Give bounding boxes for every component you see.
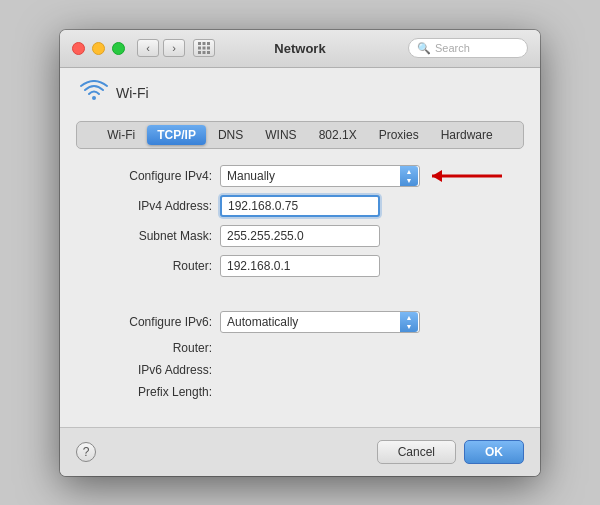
grid-button[interactable] bbox=[193, 39, 215, 57]
content-area: Wi-Fi Wi-Fi TCP/IP DNS WINS 802.1X Proxi… bbox=[60, 68, 540, 419]
tab-wins[interactable]: WINS bbox=[255, 125, 306, 145]
router-label: Router: bbox=[92, 259, 212, 273]
form-area: Configure IPv4: Manually IPv4 Address: bbox=[76, 165, 524, 399]
svg-rect-2 bbox=[207, 42, 210, 45]
tab-proxies[interactable]: Proxies bbox=[369, 125, 429, 145]
subnet-mask-group: Subnet Mask: bbox=[92, 225, 508, 247]
svg-rect-0 bbox=[198, 42, 201, 45]
ipv4-address-input[interactable] bbox=[220, 195, 380, 217]
back-button[interactable]: ‹ bbox=[137, 39, 159, 57]
svg-rect-6 bbox=[198, 51, 201, 54]
svg-rect-4 bbox=[203, 47, 206, 50]
configure-ipv6-group: Configure IPv6: Automatically bbox=[92, 311, 508, 333]
configure-ipv6-select[interactable]: Automatically bbox=[220, 311, 420, 333]
titlebar-nav: ‹ › bbox=[137, 39, 185, 57]
forward-button[interactable]: › bbox=[163, 39, 185, 57]
tab-bar: Wi-Fi TCP/IP DNS WINS 802.1X Proxies Har… bbox=[76, 121, 524, 149]
red-arrow-annotation bbox=[422, 164, 512, 188]
tab-hardware[interactable]: Hardware bbox=[431, 125, 503, 145]
svg-rect-1 bbox=[203, 42, 206, 45]
svg-rect-7 bbox=[203, 51, 206, 54]
configure-ipv4-label: Configure IPv4: bbox=[92, 169, 212, 183]
subnet-mask-label: Subnet Mask: bbox=[92, 229, 212, 243]
configure-ipv6-label: Configure IPv6: bbox=[92, 315, 212, 329]
configure-ipv6-select-wrapper: Automatically bbox=[220, 311, 420, 333]
close-button[interactable] bbox=[72, 42, 85, 55]
network-window: ‹ › Network 🔍 Search bbox=[60, 30, 540, 476]
ipv6-address-label: IPv6 Address: bbox=[92, 363, 212, 377]
search-placeholder: Search bbox=[435, 42, 470, 54]
ipv6-address-group: IPv6 Address: bbox=[92, 363, 508, 377]
titlebar: ‹ › Network 🔍 Search bbox=[60, 30, 540, 68]
prefix-length-label: Prefix Length: bbox=[92, 385, 212, 399]
tab-dns[interactable]: DNS bbox=[208, 125, 253, 145]
footer: ? Cancel OK bbox=[60, 427, 540, 476]
wifi-icon bbox=[80, 80, 108, 107]
configure-ipv4-group: Configure IPv4: Manually bbox=[92, 165, 508, 187]
prefix-length-group: Prefix Length: bbox=[92, 385, 508, 399]
svg-rect-3 bbox=[198, 47, 201, 50]
svg-marker-11 bbox=[432, 170, 442, 182]
ipv6-router-group: Router: bbox=[92, 341, 508, 355]
wifi-header: Wi-Fi bbox=[76, 80, 524, 107]
configure-ipv4-select-wrapper: Manually bbox=[220, 165, 420, 187]
wifi-label: Wi-Fi bbox=[116, 85, 149, 101]
ipv4-address-label: IPv4 Address: bbox=[92, 199, 212, 213]
search-box[interactable]: 🔍 Search bbox=[408, 38, 528, 58]
tab-8021x[interactable]: 802.1X bbox=[309, 125, 367, 145]
section-divider bbox=[92, 289, 508, 299]
footer-buttons: Cancel OK bbox=[377, 440, 524, 464]
search-icon: 🔍 bbox=[417, 42, 431, 55]
router-input[interactable] bbox=[220, 255, 380, 277]
traffic-lights bbox=[72, 42, 125, 55]
svg-rect-5 bbox=[207, 47, 210, 50]
tab-wifi[interactable]: Wi-Fi bbox=[97, 125, 145, 145]
minimize-button[interactable] bbox=[92, 42, 105, 55]
svg-point-9 bbox=[92, 96, 96, 100]
subnet-mask-input[interactable] bbox=[220, 225, 380, 247]
window-title: Network bbox=[274, 41, 325, 56]
cancel-button[interactable]: Cancel bbox=[377, 440, 456, 464]
ipv6-router-label: Router: bbox=[92, 341, 212, 355]
configure-ipv4-select[interactable]: Manually bbox=[220, 165, 420, 187]
svg-rect-8 bbox=[207, 51, 210, 54]
ipv4-address-group: IPv4 Address: bbox=[92, 195, 508, 217]
router-group: Router: bbox=[92, 255, 508, 277]
tab-tcpip[interactable]: TCP/IP bbox=[147, 125, 206, 145]
maximize-button[interactable] bbox=[112, 42, 125, 55]
help-button[interactable]: ? bbox=[76, 442, 96, 462]
ok-button[interactable]: OK bbox=[464, 440, 524, 464]
